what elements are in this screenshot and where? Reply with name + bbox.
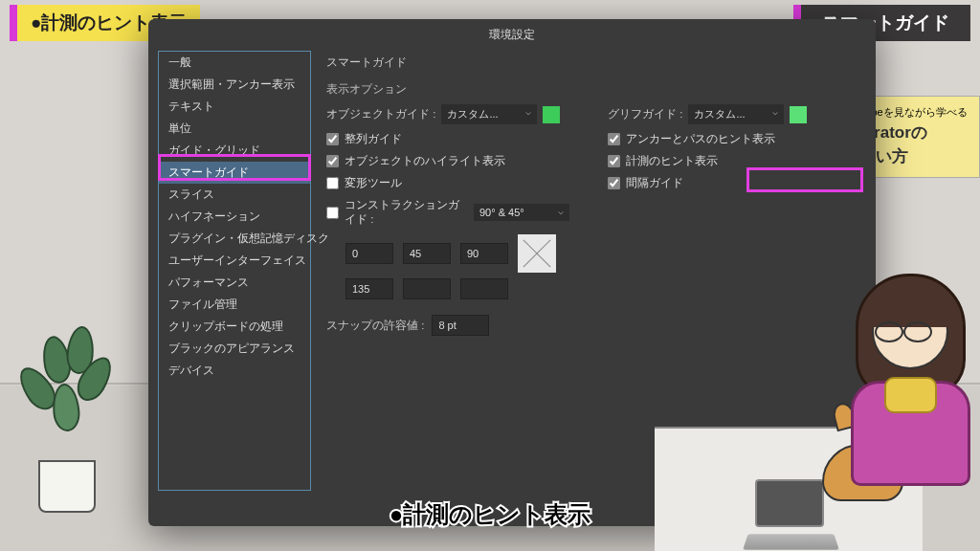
angle-input-2[interactable] (460, 243, 508, 264)
section-title: スマートガイド (326, 55, 851, 71)
sidebar-item[interactable]: ハイフネーション (159, 206, 310, 228)
snap-tolerance-label: スナップの許容値 : (326, 319, 424, 333)
construction-guides-checkbox[interactable]: コンストラクションガイド : 90° & 45° (326, 198, 569, 227)
sidebar-item[interactable]: ユーザーインターフェイス (159, 250, 310, 272)
sidebar-item[interactable]: 単位 (159, 118, 310, 140)
sidebar-item[interactable]: ファイル管理 (159, 294, 310, 316)
alignment-guides-checkbox[interactable]: 整列ガイド (326, 132, 569, 146)
angle-input-3[interactable] (345, 278, 393, 299)
sidebar-item[interactable]: ブラックのアピアランス (159, 338, 310, 360)
sidebar-item[interactable]: テキスト (159, 96, 310, 118)
sidebar-item[interactable]: スライス (159, 184, 310, 206)
preferences-content: スマートガイド 表示オプション オブジェクトガイド : カスタム... 整列ガイ… (311, 51, 866, 491)
angle-input-0[interactable] (345, 243, 393, 264)
sidebar-item[interactable]: 選択範囲・アンカー表示 (159, 74, 310, 96)
angle-input-1[interactable] (403, 243, 451, 264)
glyph-guide-swatch[interactable] (790, 106, 807, 123)
highlight-checkbox[interactable]: オブジェクトのハイライト表示 (326, 154, 569, 168)
sidebar-item[interactable]: デバイス (159, 360, 310, 382)
sidebar-item[interactable]: クリップボードの処理 (159, 316, 310, 338)
sidebar-item[interactable]: プラグイン・仮想記憶ディスク (159, 228, 310, 250)
construction-angle-select[interactable]: 90° & 45° (474, 204, 569, 221)
apple-logo-icon (755, 479, 824, 527)
object-guide-swatch[interactable] (543, 106, 560, 123)
glyph-guide-select[interactable]: カスタム... (688, 104, 784, 124)
sidebar-item[interactable]: 一般 (159, 52, 310, 74)
angle-input-5[interactable] (460, 278, 508, 299)
sidebar-item[interactable]: ガイド・グリッド (159, 140, 310, 162)
measurement-hint-checkbox[interactable]: 計測のヒント表示 (608, 154, 851, 168)
footer-caption: ●計測のヒント表示 (390, 499, 591, 530)
angle-wheel-icon (518, 234, 556, 273)
subsection-display-options: 表示オプション (326, 82, 851, 97)
presenter-character (832, 274, 980, 522)
object-guide-select[interactable]: カスタム... (441, 104, 537, 124)
dialog-title: 環境設定 (148, 19, 876, 51)
transform-tool-checkbox[interactable]: 変形ツール (326, 176, 569, 190)
spacing-guide-checkbox[interactable]: 間隔ガイド (608, 176, 851, 190)
sidebar-item[interactable]: パフォーマンス (159, 272, 310, 294)
snap-tolerance-input[interactable] (432, 315, 489, 336)
sidebar-item-smart-guides[interactable]: スマートガイド (159, 162, 310, 184)
glyph-guide-label: グリフガイド : (608, 107, 682, 121)
preferences-sidebar: 一般 選択範囲・アンカー表示 テキスト 単位 ガイド・グリッド スマートガイド … (158, 51, 311, 491)
anchor-path-checkbox[interactable]: アンカーとパスのヒント表示 (608, 132, 851, 146)
plant-decoration (10, 321, 124, 513)
angle-input-4[interactable] (403, 278, 451, 299)
object-guide-label: オブジェクトガイド : (326, 107, 435, 121)
